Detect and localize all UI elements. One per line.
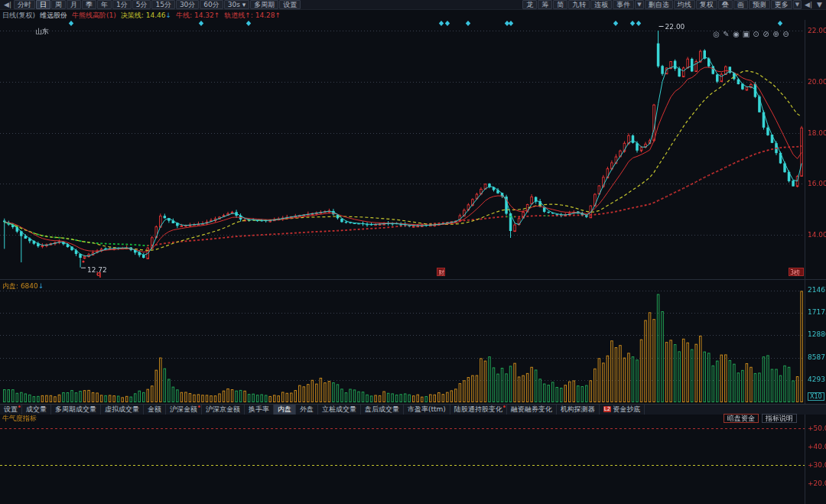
dropdown-caret-icon[interactable]: ▼ xyxy=(635,0,643,9)
tool-button-叠[interactable]: 叠 xyxy=(718,0,733,9)
tool-button-画[interactable]: 画 xyxy=(733,0,748,9)
metric-track-line: 轨道线↑: 14.28↑ xyxy=(224,11,281,20)
price-axis-label: 22.00 xyxy=(808,27,826,34)
toolbar-top: ◀|分时日周月季年1分5分15分30分60分30s ▾多周期设置 龙筹简九转连板… xyxy=(0,0,826,10)
period-button-年[interactable]: 年 xyxy=(97,0,112,9)
tool-button-筹[interactable]: 筹 xyxy=(538,0,552,9)
dropdown-caret-icon[interactable]: ▼ xyxy=(793,0,802,9)
volume-axis-label: 21467 xyxy=(808,286,826,294)
period-button-设置[interactable]: 设置 xyxy=(279,0,301,9)
notification-dot xyxy=(198,405,200,408)
volume-pane: 内盘: 6840↓ xyxy=(0,279,826,405)
volume-unit-label: X10 xyxy=(808,392,824,401)
tool-button-简[interactable]: 简 xyxy=(553,0,567,9)
stock-terminal-window: ◀|分时日周月季年1分5分15分30分60分30s ▾多周期设置 龙筹简九转连板… xyxy=(0,0,826,504)
zoom-in-icon[interactable]: ⊕ xyxy=(771,30,781,38)
pointer-icon[interactable]: ◎ xyxy=(711,30,721,38)
stock-name[interactable]: 维远股份 xyxy=(40,11,67,20)
tool-button-九转[interactable]: 九转 xyxy=(568,0,590,9)
period-label: 日线(复权) xyxy=(2,11,35,20)
period-button-季[interactable]: 季 xyxy=(82,0,96,9)
candlestick-chart-canvas[interactable] xyxy=(0,20,805,278)
sub-indicator-name: 牛气度指标 xyxy=(2,415,37,423)
sub-indicator-pane xyxy=(0,423,826,504)
volume-chart-canvas[interactable] xyxy=(0,280,805,405)
period-button-5分[interactable]: 5分 xyxy=(132,0,151,9)
period-button-周[interactable]: 周 xyxy=(51,0,66,9)
collapse-panel-icon[interactable]: ◀| xyxy=(2,1,14,8)
lock-icon[interactable]: ⊘ xyxy=(761,30,771,38)
l2-badge: L2 xyxy=(603,406,611,412)
period-button-60分[interactable]: 60分 xyxy=(200,0,223,9)
sub-axis-label: +20.00 xyxy=(808,480,826,487)
price-axis-label: 16.00 xyxy=(808,180,826,187)
sub-indicator-buttons: 暗盘资金 指标说明 xyxy=(720,414,797,423)
sub-axis-label: +30.00 xyxy=(808,461,826,469)
volume-axis-label: 12880 xyxy=(808,330,826,338)
sub-indicator-canvas[interactable] xyxy=(0,423,805,504)
volume-axis-label: 4293 xyxy=(808,376,826,383)
tool-button-预测[interactable]: 预测 xyxy=(749,0,770,9)
period-button-分时[interactable]: 分时 xyxy=(14,0,35,9)
indicator-name: 牛熊线高阶(1) xyxy=(72,11,116,20)
indicator-help-button[interactable]: 指标说明 xyxy=(762,414,797,423)
sub-axis-label: +40.00 xyxy=(808,443,826,450)
price-axis-label: 14.00 xyxy=(808,231,826,239)
indicator-tab-bar: 设置成交量多周期成交量虚拟成交量金额沪深金额沪深京金额换手率内盘外盘立桩成交量盘… xyxy=(0,404,826,415)
volume-axis-label: 8587 xyxy=(808,353,826,361)
main-chart-pane xyxy=(0,20,826,278)
hand-icon[interactable]: ⊙ xyxy=(751,30,761,38)
info-bar: 日线(复权) 维远股份 牛熊线高阶(1) 决策线: 14.46↓ 牛线: 14.… xyxy=(0,10,826,20)
zoom-out-icon[interactable]: ⊖ xyxy=(781,30,791,38)
period-button-月[interactable]: 月 xyxy=(67,0,81,9)
notification-dot xyxy=(503,405,506,408)
period-button-15分[interactable]: 15分 xyxy=(151,0,174,9)
price-axis-label: 20.00 xyxy=(808,78,826,86)
tool-button-复权[interactable]: 复权 xyxy=(696,0,717,9)
tool-button-删自选[interactable]: 删自选 xyxy=(645,0,673,9)
volume-pane-label: 内盘: 6840↓ xyxy=(2,281,44,291)
tool-button-更多[interactable]: 更多 xyxy=(771,0,792,9)
eye-icon[interactable]: ◉ xyxy=(731,30,741,38)
period-button-日[interactable]: 日 xyxy=(36,0,50,9)
price-axis-label: 18.00 xyxy=(808,129,826,137)
tool-button-连板[interactable]: 连板 xyxy=(590,0,612,9)
panel-toggle-icon[interactable]: ◀| xyxy=(802,1,815,8)
tool-button-均线[interactable]: 均线 xyxy=(674,0,695,9)
sub-indicator-header: 牛气度指标 暗盘资金 指标说明 xyxy=(0,414,826,423)
notification-dot xyxy=(18,405,21,408)
erase-box-icon[interactable]: ▣ xyxy=(741,30,751,38)
period-button-多周期[interactable]: 多周期 xyxy=(250,0,278,9)
sub-axis-label: +50.00 xyxy=(808,424,826,432)
metric-decision-line: 决策线: 14.46↓ xyxy=(121,11,171,20)
dark-pool-funds-button[interactable]: 暗盘资金 xyxy=(724,414,759,423)
metric-bull-line: 牛线: 14.32↑ xyxy=(176,11,220,20)
tool-button-事件[interactable]: 事件 xyxy=(613,0,634,9)
period-button-30分[interactable]: 30分 xyxy=(176,0,199,9)
period-button-30s ▾[interactable]: 30s ▾ xyxy=(224,0,250,9)
period-button-1分[interactable]: 1分 xyxy=(112,0,132,9)
pencil-icon[interactable]: ✎ xyxy=(721,30,731,38)
panel-toggle-icon[interactable]: ▼ xyxy=(815,1,824,8)
drawing-toolbar: ◎✎◉▣⊙⊘⊕⊖ xyxy=(711,30,791,38)
toolbar-periods: ◀|分时日周月季年1分5分15分30分60分30s ▾多周期设置 xyxy=(2,0,301,9)
tool-button-龙[interactable]: 龙 xyxy=(522,0,537,9)
toolbar-tools: 龙筹简九转连板事件▼删自选均线复权叠画预测更多▼◀|▼ xyxy=(522,0,824,9)
volume-axis-label: 17173 xyxy=(808,308,826,316)
